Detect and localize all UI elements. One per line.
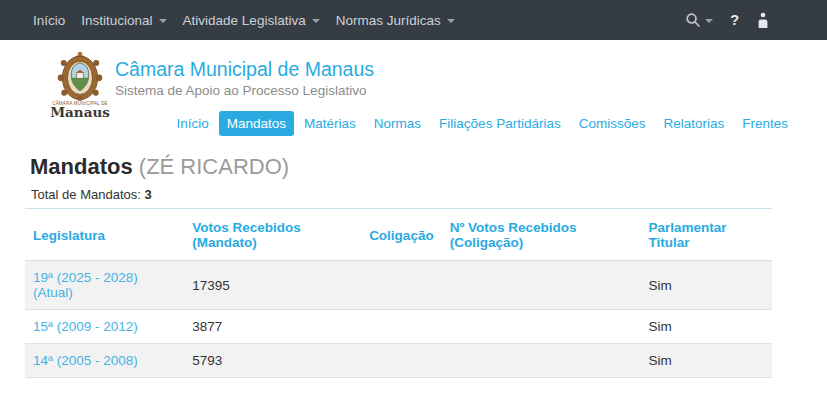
total-mandatos: Total de Mandatos: 3: [31, 187, 827, 202]
col-header-votos-mandato: Votos Recebidos (Mandato): [184, 209, 361, 261]
tab-frentes[interactable]: Frentes: [734, 111, 796, 136]
nav-item-inicio[interactable]: Início: [25, 13, 73, 28]
app-title: Câmara Municipal de Manaus: [115, 57, 374, 81]
cell-legislatura: 15ª (2009 - 2012): [25, 310, 184, 344]
top-navbar: Início Institucional Atividade Legislati…: [0, 0, 827, 40]
chevron-down-icon: [705, 19, 713, 23]
nav-item-atividade-legislativa[interactable]: Atividade Legislativa: [175, 13, 328, 28]
col-header-coligacao: Coligação: [361, 209, 442, 261]
tab-materias[interactable]: Matérias: [296, 111, 364, 136]
app-titles: Câmara Municipal de Manaus Sistema de Ap…: [115, 57, 374, 98]
nav-item-label: Atividade Legislativa: [183, 13, 306, 28]
nav-item-label: Normas Jurídicas: [336, 13, 441, 28]
tab-relatorias[interactable]: Relatorias: [655, 111, 732, 136]
table-header-row: Legislatura Votos Recebidos (Mandato) Co…: [25, 209, 772, 261]
cell-votos-mandato: 3877: [184, 310, 361, 344]
cell-votos-coligacao: [442, 344, 641, 378]
app-header: CÂMARA MUNICIPAL DE Manaus Câmara Munici…: [0, 40, 827, 145]
legislatura-link[interactable]: 19ª (2025 - 2028) (Atual): [33, 270, 138, 300]
manaus-coat-of-arms-icon: [52, 51, 108, 101]
section-tabs: Início Mandatos Matérias Normas Filiaçõe…: [169, 111, 797, 136]
navbar-right: ?: [685, 12, 770, 29]
cell-titular: Sim: [640, 310, 772, 344]
main-content: Mandatos (ZÉ RICARDO) Total de Mandatos:…: [0, 145, 827, 378]
col-header-legislatura: Legislatura: [25, 209, 184, 261]
table-row: 15ª (2009 - 2012) 3877 Sim: [25, 310, 772, 344]
tab-comissoes[interactable]: Comissões: [571, 111, 654, 136]
col-header-parlamentar-titular: Parlamentar Titular: [640, 209, 772, 261]
nav-item-label: Início: [33, 13, 65, 28]
table-row: 19ª (2025 - 2028) (Atual) 17395 Sim: [25, 261, 772, 310]
tab-inicio[interactable]: Início: [169, 111, 217, 136]
help-button[interactable]: ?: [730, 12, 739, 28]
nav-item-normas-juridicas[interactable]: Normas Jurídicas: [328, 13, 463, 28]
cell-coligacao: [361, 344, 442, 378]
page-title-text: Mandatos: [30, 154, 133, 179]
cell-votos-coligacao: [442, 261, 641, 310]
logo-caption: Manaus: [47, 106, 113, 118]
app-subtitle: Sistema de Apoio ao Processo Legislativo: [115, 83, 374, 98]
cell-titular: Sim: [640, 344, 772, 378]
manaus-logo: CÂMARA MUNICIPAL DE Manaus: [47, 51, 113, 118]
legislatura-link[interactable]: 14ª (2005 - 2008): [33, 353, 138, 368]
col-header-votos-coligacao: Nº Votos Recebidos (Coligação): [442, 209, 641, 261]
tab-filiacoes-partidarias[interactable]: Filiações Partidárias: [431, 111, 569, 136]
chevron-down-icon: [312, 19, 320, 23]
legislatura-link[interactable]: 15ª (2009 - 2012): [33, 319, 138, 334]
total-value: 3: [144, 187, 151, 202]
nav-item-institucional[interactable]: Institucional: [73, 13, 174, 28]
user-icon: [756, 12, 770, 29]
page-title-suffix: (ZÉ RICARDO): [139, 154, 289, 179]
cell-legislatura: 19ª (2025 - 2028) (Atual): [25, 261, 184, 310]
cell-votos-coligacao: [442, 310, 641, 344]
search-dropdown-button[interactable]: [685, 12, 713, 28]
chevron-down-icon: [447, 19, 455, 23]
cell-votos-mandato: 5793: [184, 344, 361, 378]
mandatos-table: Legislatura Votos Recebidos (Mandato) Co…: [25, 208, 772, 378]
tab-mandatos[interactable]: Mandatos: [219, 111, 294, 136]
nav-item-label: Institucional: [81, 13, 152, 28]
chevron-down-icon: [159, 19, 167, 23]
search-icon: [685, 12, 701, 28]
user-menu-button[interactable]: [756, 12, 770, 29]
tab-normas[interactable]: Normas: [366, 111, 429, 136]
cell-coligacao: [361, 261, 442, 310]
total-label: Total de Mandatos:: [31, 187, 141, 202]
page-title: Mandatos (ZÉ RICARDO): [30, 154, 827, 180]
cell-titular: Sim: [640, 261, 772, 310]
cell-legislatura: 14ª (2005 - 2008): [25, 344, 184, 378]
table-row: 14ª (2005 - 2008) 5793 Sim: [25, 344, 772, 378]
cell-coligacao: [361, 310, 442, 344]
cell-votos-mandato: 17395: [184, 261, 361, 310]
